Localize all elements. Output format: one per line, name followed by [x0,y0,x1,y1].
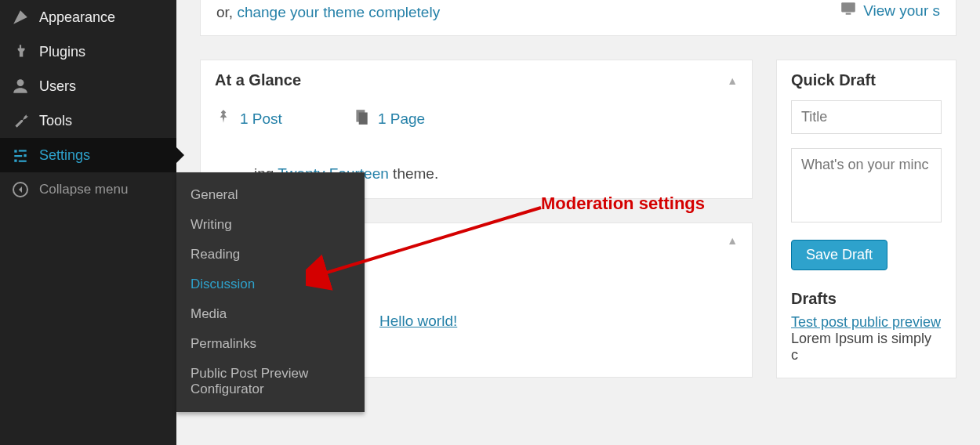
submenu-item-writing[interactable]: Writing [176,210,365,240]
sidebar-item-appearance[interactable]: Appearance [0,0,176,34]
at-a-glance-body: 1 Post 1 Page [201,108,752,143]
submenu-item-ppp[interactable]: Public Post Preview Configurator [176,359,365,404]
sidebar-item-users[interactable]: Users [0,69,176,103]
welcome-panel: or, change your theme completely View yo… [200,0,956,36]
pages-count: 1 Page [378,110,425,128]
quick-draft-header: Quick Draft [777,60,956,100]
save-draft-button[interactable]: Save Draft [791,240,887,270]
change-theme-prefix: or, [216,4,237,20]
svg-rect-1 [14,150,16,152]
annotation-label: Moderation settings [541,194,705,214]
quick-draft-body: Save Draft Drafts Test post public previ… [777,100,956,378]
sidebar-collapse[interactable]: Collapse menu [0,172,176,207]
svg-rect-4 [14,155,22,157]
sidebar-item-settings[interactable]: Settings [0,138,176,172]
collapse-label: Collapse menu [39,182,128,197]
svg-rect-6 [19,161,27,162]
collapse-toggle-icon[interactable]: ▲ [727,234,738,247]
view-site-label: View your s [863,2,940,20]
settings-submenu: General Writing Reading Discussion Media… [176,172,365,412]
draft-content-textarea[interactable] [791,148,942,222]
sidebar-item-label: Appearance [39,9,115,26]
recent-draft-desc: Lorem Ipsum is simply c [791,331,942,364]
draft-title-input[interactable] [791,100,942,134]
drafts-heading: Drafts [791,290,942,308]
svg-rect-3 [24,154,26,157]
svg-point-0 [17,79,24,86]
svg-rect-5 [14,160,16,162]
submenu-item-general[interactable]: General [176,180,365,210]
tools-icon [11,111,30,130]
view-site-link[interactable]: View your s [840,0,940,21]
change-theme-link[interactable]: change your theme completely [237,4,440,20]
sidebar-item-label: Tools [39,113,72,129]
submenu-item-discussion[interactable]: Discussion [176,270,365,299]
at-a-glance-header: At a Glance ▲ [201,60,752,100]
activity-post-link[interactable]: Hello world! [379,313,738,330]
sidebar-item-plugins[interactable]: Plugins [0,34,176,69]
at-a-glance-title: At a Glance [215,71,301,89]
submenu-item-permalinks[interactable]: Permalinks [176,329,365,359]
page-icon [353,108,370,129]
glance-pages[interactable]: 1 Page [353,108,425,129]
admin-sidebar: Appearance Plugins Users Tools Settings … [0,0,176,445]
change-theme-line: or, change your theme completely [216,4,440,21]
appearance-icon [11,8,30,27]
settings-icon [11,146,30,165]
plugins-icon [11,42,30,61]
glance-posts[interactable]: 1 Post [215,108,282,129]
quick-draft-box: Quick Draft Save Draft Drafts Test post … [776,60,956,378]
svg-rect-8 [841,2,855,12]
posts-count: 1 Post [240,110,282,128]
monitor-icon [840,0,857,21]
users-icon [11,77,30,96]
column-side: Quick Draft Save Draft Drafts Test post … [776,60,956,402]
submenu-item-reading[interactable]: Reading [176,240,365,270]
running-suffix: theme. [389,165,438,182]
sidebar-item-label: Settings [39,147,90,164]
sidebar-item-label: Users [39,78,76,95]
svg-rect-9 [846,13,851,15]
pin-icon [215,108,232,129]
sidebar-item-label: Plugins [39,44,85,60]
collapse-toggle-icon[interactable]: ▲ [727,74,738,87]
quick-draft-title: Quick Draft [791,71,876,89]
svg-rect-11 [359,113,368,125]
collapse-icon [11,180,30,199]
sidebar-item-tools[interactable]: Tools [0,103,176,138]
recent-draft-link[interactable]: Test post public preview [791,314,941,330]
submenu-item-media[interactable]: Media [176,299,365,329]
svg-rect-2 [19,150,27,151]
